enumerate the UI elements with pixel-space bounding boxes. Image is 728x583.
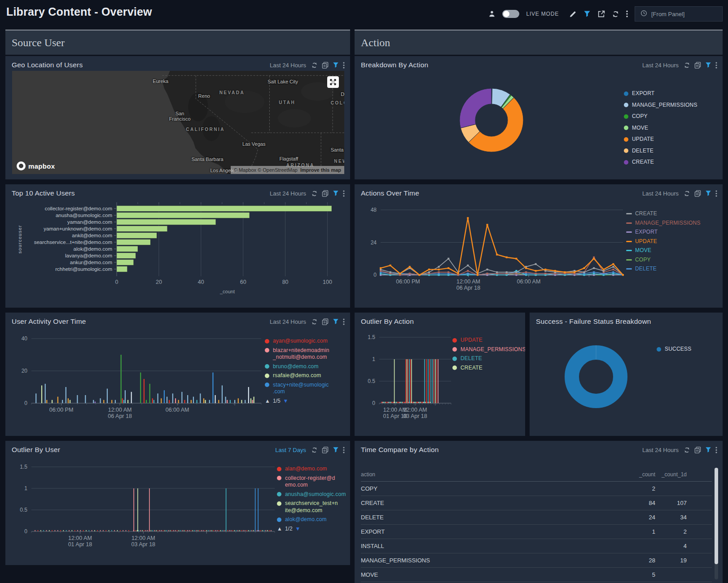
live-mode-toggle[interactable] [502,10,519,18]
more-menu-icon[interactable] [715,62,717,69]
panel-time-range[interactable]: Last 24 Hours [642,62,679,69]
refresh-icon[interactable] [311,447,318,453]
more-menu-icon[interactable] [626,10,628,17]
refresh-icon[interactable] [311,190,318,197]
page-down-icon[interactable]: ▼ [295,526,301,533]
legend-item[interactable]: stacy+nite@sumologic .com [265,382,348,396]
copy-icon[interactable] [322,446,329,453]
legend-item[interactable]: COPY [624,113,697,120]
scrollbar-thumb[interactable] [715,468,718,564]
copy-icon[interactable] [694,446,701,453]
legend-label: MOVE [635,247,651,254]
refresh-icon[interactable] [684,190,690,197]
page-down-icon[interactable]: ▼ [283,398,289,405]
table-header: action_count_count_1d [361,468,712,482]
legend-item[interactable]: UPDATE [624,136,697,143]
panel-time-range[interactable]: Last 24 Hours [270,318,306,325]
copy-icon[interactable] [322,61,329,69]
svg-text:20: 20 [156,279,162,285]
panel-time-range[interactable]: Last 24 Hours [642,190,679,197]
table-scrollbar[interactable] [715,468,718,579]
copy-icon[interactable] [694,61,701,69]
map-attribution[interactable]: © Mapbox © OpenStreetMapImprove this map [231,166,344,174]
page-up-icon[interactable]: ▲ [277,526,282,533]
filter-icon[interactable] [333,447,339,453]
svg-text:03 Apr 18: 03 Apr 18 [132,541,156,548]
legend-swatch [265,364,269,369]
legend-item[interactable]: anusha@sumologic.com [277,491,349,498]
legend-label: collector-register@d emo.com [285,475,335,489]
panel-time-range[interactable]: Last 7 Days [275,447,306,453]
share-icon[interactable] [597,10,605,18]
legend-item[interactable]: blazar+nitedemoadmin _notmulti@demo.com [265,347,348,361]
legend-item[interactable]: MANAGE_PERMISSIONS [452,346,525,353]
filter-icon[interactable] [333,318,339,325]
legend-item[interactable]: COPY [626,257,701,264]
legend-item[interactable]: UPDATE [452,337,525,344]
legend-item[interactable]: rsafaie@demo.com [265,372,348,379]
filter-icon[interactable] [583,10,591,17]
legend-item[interactable]: DELETE [626,265,701,273]
panel-breakdown-by-action: Breakdown By Action Last 24 Hours EXPORT… [355,56,723,179]
improve-map-link[interactable]: Improve this map [300,167,341,173]
column-header-count-1d[interactable]: _count_1d [655,471,687,478]
copy-icon[interactable] [694,190,701,197]
legend-item[interactable]: ayan@sumologic.com [265,338,348,345]
map-fullscreen-button[interactable] [327,76,339,88]
column-header-action[interactable]: action [361,471,624,478]
legend-item[interactable]: CREATE [626,210,701,218]
panel-time-range[interactable]: Last 24 Hours [642,447,679,453]
legend-item[interactable]: alan@demo.com [277,466,349,473]
legend-item[interactable]: DELETE [452,355,525,362]
legend-item[interactable]: MOVE [626,247,701,254]
legend-item[interactable]: alok@demo.com [277,516,349,523]
copy-icon[interactable] [322,190,329,197]
more-menu-icon[interactable] [715,190,717,197]
panel-time-range[interactable]: Last 24 Hours [270,190,306,197]
more-menu-icon[interactable] [343,62,345,69]
legend-item[interactable]: SUCCESS [657,346,691,353]
column-header-count[interactable]: _count [624,471,655,478]
attribution-text[interactable]: © Mapbox © OpenStreetMap [234,167,298,173]
refresh-icon[interactable] [612,10,619,18]
legend-item[interactable]: UPDATE [626,238,701,245]
legend-item[interactable]: bruno@demo.com [265,363,348,370]
map-canvas[interactable]: EurekaSalt Lake CityRenoNEVADASan Franci… [12,71,344,174]
legend-swatch [624,160,628,165]
legend-item[interactable]: CREATE [624,159,697,166]
filter-icon[interactable] [705,447,711,453]
page-up-icon[interactable]: ▲ [265,398,270,405]
legend-item[interactable]: DELETE [624,148,697,155]
more-menu-icon[interactable] [343,318,345,325]
time-range-selector[interactable]: [From Panel] [635,6,723,22]
filter-icon[interactable] [705,190,711,196]
legend-item[interactable]: collector-register@d emo.com [277,475,349,489]
legend-item[interactable]: MOVE [624,125,697,132]
refresh-icon[interactable] [684,62,690,69]
legend-item[interactable]: EXPORT [624,90,697,97]
legend-item[interactable]: MANAGE_PERMISSIONS [624,102,697,109]
mapbox-logo-icon [17,161,26,170]
copy-icon[interactable] [322,318,329,325]
refresh-icon[interactable] [684,447,690,453]
legend-item[interactable]: MANAGE_PERMISSIONS [626,220,701,227]
legend-item[interactable]: searchservice_test+n ite@demo.com [277,500,349,514]
more-menu-icon[interactable] [343,447,345,453]
filter-icon[interactable] [333,190,339,196]
more-menu-icon[interactable] [343,190,345,197]
legend-item[interactable]: CREATE [452,365,525,372]
legend-swatch [624,91,628,96]
refresh-icon[interactable] [311,318,318,325]
filter-icon[interactable] [333,62,339,68]
refresh-icon[interactable] [311,62,318,69]
legend-swatch [277,476,281,480]
panel-outlier-by-action: Outlier By Action 00.511.512:00 AM01 Apr… [355,313,525,436]
legend-swatch [277,492,281,496]
user-icon[interactable] [488,10,496,17]
filter-icon[interactable] [705,62,711,68]
legend-item[interactable]: EXPORT [626,229,701,236]
mapbox-logo[interactable]: mapbox [17,161,55,170]
more-menu-icon[interactable] [715,447,717,453]
edit-pencil-icon[interactable] [569,10,577,18]
panel-time-range[interactable]: Last 24 Hours [270,62,306,69]
